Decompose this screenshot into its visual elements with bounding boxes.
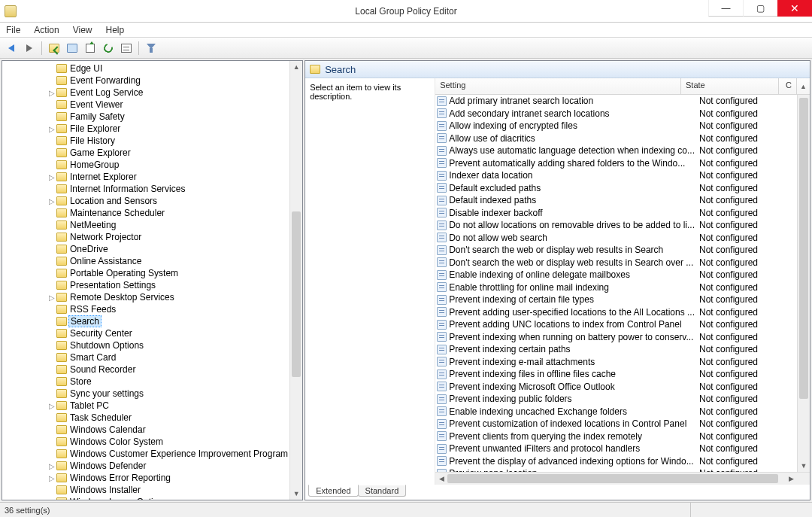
tab-extended[interactable]: Extended <box>308 485 358 497</box>
tree-item[interactable]: Sync your settings <box>2 388 289 400</box>
tree-item[interactable]: ▷Remote Desktop Services <box>2 291 289 303</box>
filter-button[interactable] <box>143 40 159 56</box>
setting-row[interactable]: Indexer data locationNot configured <box>435 169 797 182</box>
properties-button[interactable] <box>118 40 135 56</box>
setting-row[interactable]: Prevent indexing e-mail attachmentsNot c… <box>435 356 797 369</box>
tree-item[interactable]: Network Projector <box>2 231 289 243</box>
expand-icon[interactable]: ▷ <box>47 474 56 482</box>
setting-row[interactable]: Prevent indexing of certain file typesNo… <box>435 293 797 306</box>
maximize-button[interactable]: ▢ <box>743 0 777 17</box>
setting-row[interactable]: Enable throttling for online mail indexi… <box>435 281 797 294</box>
setting-row[interactable]: Prevent indexing Microsoft Office Outloo… <box>435 381 797 394</box>
expand-icon[interactable]: ▷ <box>47 462 56 470</box>
setting-row[interactable]: Default indexed pathsNot configured <box>435 194 797 207</box>
scroll-right-icon[interactable]: ▶ <box>785 473 797 485</box>
setting-row[interactable]: Add secondary intranet search locationsN… <box>435 108 797 120</box>
export-button[interactable] <box>82 40 98 56</box>
setting-row[interactable]: Allow indexing of encrypted filesNot con… <box>435 120 797 132</box>
tree-item[interactable]: ▷Location and Sensors <box>2 195 289 207</box>
setting-row[interactable]: Prevent indexing when running on battery… <box>435 331 797 344</box>
tree-item[interactable]: Presentation Settings <box>2 279 289 291</box>
tree-item[interactable]: Store <box>2 376 289 388</box>
menu-file[interactable]: File <box>5 24 22 36</box>
col-state[interactable]: State <box>681 78 779 94</box>
tree-item[interactable]: Event Viewer <box>2 99 289 111</box>
expand-icon[interactable]: ▷ <box>47 293 56 302</box>
tree-item[interactable]: Online Assistance <box>2 255 289 267</box>
tree-item[interactable]: Sound Recorder <box>2 363 289 376</box>
expand-icon[interactable]: ▷ <box>47 89 56 97</box>
close-button[interactable]: ✕ <box>777 0 812 17</box>
setting-row[interactable]: Allow use of diacriticsNot configured <box>435 132 797 145</box>
scroll-thumb[interactable] <box>799 98 808 399</box>
setting-row[interactable]: Enable indexing uncached Exchange folder… <box>435 406 797 418</box>
minimize-button[interactable]: — <box>708 0 743 17</box>
setting-row[interactable]: Prevent adding UNC locations to index fr… <box>435 318 797 331</box>
setting-row[interactable]: Prevent clients from querying the index … <box>435 430 797 443</box>
tree-item[interactable]: Windows Logon Options <box>2 496 289 500</box>
setting-row[interactable]: Prevent customization of indexed locatio… <box>435 418 797 430</box>
tree-item[interactable]: Smart Card <box>2 351 289 363</box>
setting-row[interactable]: Prevent indexing certain pathsNot config… <box>435 343 797 356</box>
expand-icon[interactable]: ▷ <box>47 402 56 410</box>
col-comment[interactable]: C <box>779 78 797 94</box>
setting-row[interactable]: Default excluded pathsNot configured <box>435 182 797 195</box>
tab-standard[interactable]: Standard <box>358 485 407 497</box>
setting-row[interactable]: Do not allow locations on removable driv… <box>435 219 797 232</box>
scroll-down-icon[interactable]: ▼ <box>798 460 810 472</box>
tree-item[interactable]: Event Forwarding <box>2 75 289 87</box>
tree-scrollbar[interactable]: ▲ ▼ <box>289 61 302 500</box>
tree-item[interactable]: Search <box>2 315 289 327</box>
refresh-button[interactable] <box>100 40 117 56</box>
menu-action[interactable]: Action <box>32 24 60 36</box>
setting-row[interactable]: Prevent indexing files in offline files … <box>435 368 797 381</box>
up-button[interactable] <box>46 40 62 56</box>
setting-row[interactable]: Enable indexing of online delegate mailb… <box>435 269 797 281</box>
setting-row[interactable]: Do not allow web searchNot configured <box>435 232 797 245</box>
tree-item[interactable]: RSS Feeds <box>2 303 289 315</box>
tree-item[interactable]: Family Safety <box>2 111 289 123</box>
setting-row[interactable]: Don't search the web or display web resu… <box>435 257 797 269</box>
forward-button[interactable] <box>21 40 38 56</box>
tree-item[interactable]: Windows Installer <box>2 484 289 496</box>
tree-item[interactable]: Shutdown Options <box>2 339 289 351</box>
tree-item[interactable]: Edge UI <box>2 62 289 75</box>
tree-item[interactable]: Security Center <box>2 327 289 339</box>
expand-icon[interactable]: ▷ <box>47 173 56 181</box>
tree-item[interactable]: File History <box>2 135 289 147</box>
tree-item[interactable]: Internet Information Services <box>2 183 289 195</box>
setting-row[interactable]: Prevent indexing public foldersNot confi… <box>435 393 797 406</box>
tree-item[interactable]: Game Explorer <box>2 147 289 159</box>
setting-row[interactable]: Prevent unwanted iFilters and protocol h… <box>435 442 797 455</box>
scroll-up-icon[interactable]: ▲ <box>797 78 810 94</box>
scroll-up-icon[interactable]: ▲ <box>290 61 302 73</box>
expand-icon[interactable]: ▷ <box>47 197 56 205</box>
tree-item[interactable]: Windows Color System <box>2 436 289 448</box>
tree-item[interactable]: ▷File Explorer <box>2 123 289 135</box>
tree-item[interactable]: ▷Event Log Service <box>2 87 289 99</box>
tree-item[interactable]: Task Scheduler <box>2 412 289 424</box>
setting-row[interactable]: Prevent automatically adding shared fold… <box>435 157 797 170</box>
scroll-left-icon[interactable]: ◀ <box>435 473 447 485</box>
scroll-thumb[interactable] <box>292 211 301 377</box>
show-hide-tree-button[interactable] <box>64 40 80 56</box>
tree-item[interactable]: ▷Windows Defender <box>2 460 289 472</box>
setting-row[interactable]: Prevent the display of advanced indexing… <box>435 455 797 468</box>
col-setting[interactable]: Setting <box>435 78 681 94</box>
expand-icon[interactable]: ▷ <box>47 125 56 133</box>
menu-help[interactable]: Help <box>105 24 126 36</box>
tree-item[interactable]: Windows Customer Experience Improvement … <box>2 448 289 460</box>
tree-view[interactable]: Edge UIEvent Forwarding▷Event Log Servic… <box>2 61 289 500</box>
tree-item[interactable]: OneDrive <box>2 243 289 255</box>
tree-item[interactable]: Portable Operating System <box>2 267 289 279</box>
tree-item[interactable]: Windows Calendar <box>2 424 289 436</box>
tree-item[interactable]: ▷Internet Explorer <box>2 171 289 183</box>
setting-row[interactable]: Always use automatic language detection … <box>435 144 797 157</box>
list-hscrollbar[interactable]: ◀ ▶ <box>435 472 810 485</box>
tree-item[interactable]: ▷Tablet PC <box>2 400 289 412</box>
setting-row[interactable]: Don't search the web or display web resu… <box>435 244 797 257</box>
tree-item[interactable]: Maintenance Scheduler <box>2 207 289 219</box>
setting-row[interactable]: Disable indexer backoffNot configured <box>435 207 797 220</box>
scroll-down-icon[interactable]: ▼ <box>290 488 302 500</box>
back-button[interactable] <box>3 40 20 56</box>
